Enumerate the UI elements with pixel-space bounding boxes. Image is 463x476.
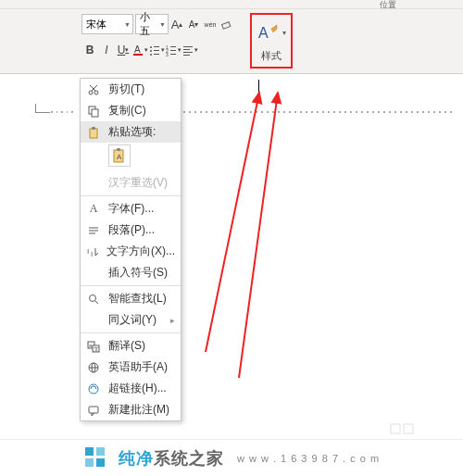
menu-item[interactable]: A字体(F)... bbox=[81, 198, 181, 219]
chevron-down-icon: ▼ bbox=[157, 21, 166, 28]
menu-item[interactable]: 剪切(T) bbox=[81, 79, 181, 100]
svg-rect-10 bbox=[170, 46, 176, 47]
svg-rect-17 bbox=[183, 52, 193, 53]
svg-point-3 bbox=[150, 46, 152, 48]
clear-format-button[interactable] bbox=[219, 14, 235, 34]
svg-rect-15 bbox=[183, 46, 193, 47]
svg-rect-2 bbox=[133, 54, 143, 56]
menu-separator bbox=[81, 285, 181, 286]
svg-rect-26 bbox=[90, 129, 97, 138]
menu-item-label: 同义词(Y) bbox=[108, 312, 163, 328]
svg-rect-6 bbox=[154, 50, 159, 51]
menu-item[interactable]: 新建批注(M) bbox=[81, 399, 181, 420]
font-name-value: 宋体 bbox=[86, 18, 106, 31]
svg-rect-0 bbox=[222, 22, 231, 29]
svg-rect-46 bbox=[89, 407, 98, 413]
menu-item[interactable]: 智能查找(L) bbox=[81, 288, 181, 309]
svg-text:A: A bbox=[258, 25, 269, 41]
menu-item[interactable]: II文字方向(X)... bbox=[81, 241, 181, 262]
bullets-icon bbox=[148, 44, 161, 56]
chevron-down-icon: ▼ bbox=[122, 21, 131, 28]
menu-item[interactable]: 段落(P)... bbox=[81, 219, 181, 241]
scissors-icon bbox=[86, 82, 101, 97]
menu-item-label: 插入符号(S) bbox=[108, 265, 175, 281]
menu-item-label: 智能查找(L) bbox=[108, 291, 175, 307]
svg-rect-49 bbox=[391, 424, 400, 433]
ruler-dots bbox=[51, 111, 77, 113]
menu-item[interactable]: 超链接(H)... bbox=[81, 378, 181, 399]
font-color-button[interactable]: A▾ bbox=[131, 40, 148, 60]
font-color-icon: A bbox=[131, 44, 144, 56]
italic-button[interactable]: I bbox=[98, 40, 115, 60]
menu-item: 汉字重选(V) bbox=[81, 172, 181, 194]
font-size-combo[interactable]: 小五 ▼ bbox=[135, 14, 169, 34]
svg-text:I: I bbox=[91, 250, 93, 258]
blank-icon bbox=[86, 266, 101, 281]
menu-item-label: 新建批注(M) bbox=[108, 402, 175, 418]
document-area[interactable] bbox=[0, 74, 463, 476]
align-button[interactable]: ▾ bbox=[181, 40, 198, 60]
textdir-icon: II bbox=[86, 244, 99, 259]
svg-rect-53 bbox=[85, 458, 94, 467]
font-group: 宋体 ▼ 小五 ▼ A▴ A▾ wén B I U▾ A▾ ▾ bbox=[81, 13, 246, 69]
svg-rect-25 bbox=[92, 109, 98, 117]
increase-font-icon: A bbox=[171, 18, 180, 31]
svg-rect-50 bbox=[404, 424, 413, 433]
menu-item-label: 复制(C) bbox=[108, 103, 175, 119]
eraser-icon bbox=[220, 18, 233, 31]
menu-item-label: 剪切(T) bbox=[108, 81, 175, 97]
margin-mark-left bbox=[35, 104, 50, 113]
svg-point-36 bbox=[90, 294, 96, 301]
ruler-dots bbox=[183, 111, 461, 113]
styles-button[interactable]: A ▾ 样式 bbox=[250, 13, 293, 69]
menu-item[interactable]: 插入符号(S) bbox=[81, 262, 181, 283]
svg-line-37 bbox=[95, 301, 98, 304]
svg-point-5 bbox=[150, 50, 152, 52]
svg-rect-8 bbox=[154, 54, 159, 55]
menu-item[interactable]: 英语助手(A) bbox=[81, 357, 181, 378]
menu-item[interactable]: a文翻译(S) bbox=[81, 335, 181, 357]
svg-point-20 bbox=[89, 91, 93, 94]
svg-rect-18 bbox=[183, 55, 190, 56]
search-icon bbox=[86, 292, 101, 307]
svg-rect-27 bbox=[92, 127, 95, 130]
menu-item[interactable]: 同义词(Y)▸ bbox=[81, 309, 181, 331]
blank-icon bbox=[86, 176, 101, 191]
svg-rect-54 bbox=[96, 458, 105, 467]
svg-text:文: 文 bbox=[94, 345, 99, 352]
menu-item-label: 超链接(H)... bbox=[108, 381, 175, 396]
bullets-button[interactable]: ▾ bbox=[148, 40, 165, 60]
svg-rect-51 bbox=[85, 447, 94, 456]
bold-button[interactable]: B bbox=[81, 40, 98, 60]
svg-rect-12 bbox=[170, 50, 176, 51]
svg-text:A: A bbox=[134, 44, 141, 55]
copy-icon bbox=[86, 104, 101, 119]
underline-icon: U bbox=[118, 44, 126, 56]
styles-icon: A bbox=[257, 23, 281, 44]
paste-keep-text-button[interactable]: A bbox=[108, 144, 131, 167]
brand-logo-icon bbox=[83, 445, 109, 471]
decrease-font-button[interactable]: A▾ bbox=[185, 14, 202, 34]
align-icon bbox=[181, 44, 194, 56]
svg-text:A: A bbox=[117, 153, 122, 161]
font-name-combo[interactable]: 宋体 ▼ bbox=[81, 14, 133, 34]
menu-item-label: 粘贴选项: bbox=[108, 124, 175, 140]
watermark-footer: 纯净系统之家 w w w . 1 6 3 9 8 7 . c o m bbox=[0, 439, 463, 476]
underline-button[interactable]: U▾ bbox=[115, 40, 131, 60]
svg-rect-4 bbox=[154, 46, 159, 47]
submenu-arrow-icon: ▸ bbox=[170, 316, 175, 325]
phonetic-guide-button[interactable]: wén bbox=[202, 14, 219, 34]
numbering-button[interactable]: 123▾ bbox=[165, 40, 181, 60]
page-break-mark bbox=[389, 422, 426, 435]
menu-item[interactable]: 复制(C) bbox=[81, 100, 181, 121]
svg-point-21 bbox=[94, 91, 98, 94]
comment-icon bbox=[86, 403, 101, 418]
styles-label: 样式 bbox=[261, 49, 282, 63]
menu-item-label: 段落(P)... bbox=[108, 222, 175, 238]
menu-item-label: 翻译(S) bbox=[108, 338, 175, 354]
phonetic-icon: wén bbox=[205, 21, 217, 28]
increase-font-button[interactable]: A▴ bbox=[169, 14, 185, 34]
svg-text:a: a bbox=[89, 343, 93, 348]
svg-text:3: 3 bbox=[166, 52, 169, 56]
svg-rect-14 bbox=[170, 54, 176, 55]
